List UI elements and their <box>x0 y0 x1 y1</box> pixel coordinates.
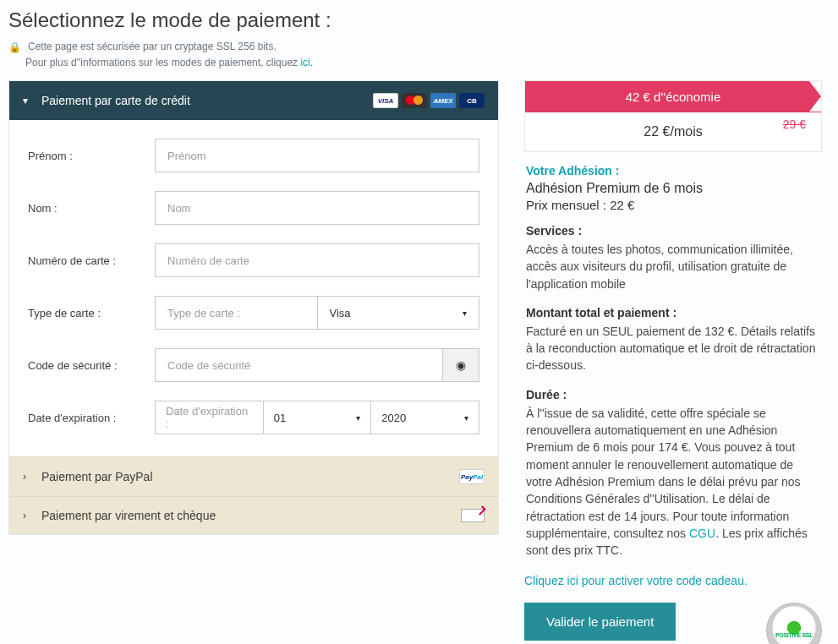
price-monthly: 22 €/mois <box>644 124 702 139</box>
cardtype-label: Type de carte : <box>28 307 155 319</box>
expiry-placeholder: Date d'expiration : <box>155 401 264 434</box>
expiry-year-select[interactable]: 2020 ▾ <box>371 401 479 434</box>
cardtype-value: Visa <box>330 307 351 319</box>
lock-icon: 🔒 <box>8 41 21 53</box>
amex-icon: AMEX <box>430 93 456 108</box>
total-title: Montant total et paiement : <box>526 306 820 319</box>
duration-text: À l''issue de sa validité, cette offre s… <box>526 405 820 559</box>
duration-title: Durée : <box>526 388 820 401</box>
more-info-suffix: . <box>310 57 313 68</box>
page-title: Sélectionnez le mode de paiement : <box>8 8 830 32</box>
chevron-right-icon: › <box>23 510 41 521</box>
adhesion-price: Prix mensuel : 22 € <box>526 198 820 212</box>
chevron-down-icon: ▾ <box>464 413 468 423</box>
adhesion-title: Votre Adhésion : <box>526 164 820 177</box>
more-info-prefix: Pour plus d''informations sur les modes … <box>25 57 300 68</box>
cb-icon: CB <box>459 93 485 108</box>
seccode-help-button[interactable]: ◉ <box>442 348 479 382</box>
seccode-input[interactable] <box>155 348 442 382</box>
services-text: Accès à toutes les photos, communication… <box>526 241 820 292</box>
expiry-year-value: 2020 <box>381 412 406 424</box>
cardtype-select[interactable]: Visa ▾ <box>318 296 480 330</box>
savings-banner: 42 € d''économie <box>525 81 821 112</box>
cheque-icon <box>461 509 485 522</box>
cardnum-label: Numéro de carte : <box>28 254 155 267</box>
ssl-seal-icon: POSITIVE SSL <box>766 603 822 644</box>
cardnum-input[interactable] <box>155 243 479 277</box>
validate-button[interactable]: Valider le paiement <box>524 603 676 641</box>
tab-credit-card[interactable]: ▾ Paiement par carte de crédit VISA AMEX… <box>9 81 498 120</box>
tab-paypal[interactable]: › Paiement par PayPal PayPal <box>9 456 498 496</box>
cardtype-placeholder: Type de carte : <box>155 296 318 330</box>
lastname-input[interactable] <box>155 191 479 225</box>
chevron-down-icon: ▾ <box>463 308 467 318</box>
info-icon: ◉ <box>456 358 466 372</box>
chevron-down-icon: ▾ <box>356 413 360 423</box>
credit-card-form: Prénom : Nom : Numéro de carte : Type de… <box>9 120 498 456</box>
visa-icon: VISA <box>373 93 398 108</box>
firstname-input[interactable] <box>155 139 479 172</box>
secure-text: Cette page est sécurisée par un cryptage… <box>28 41 277 52</box>
mastercard-icon <box>402 93 427 108</box>
lastname-label: Nom : <box>28 202 155 215</box>
chevron-down-icon: ▾ <box>23 95 41 106</box>
services-title: Services : <box>526 224 820 237</box>
expiry-label: Date d'expiration : <box>28 412 155 424</box>
expiry-month-value: 01 <box>274 412 286 424</box>
price-old: 29 € <box>783 117 806 131</box>
adhesion-name: Adhésion Premium de 6 mois <box>526 181 820 196</box>
expiry-month-select[interactable]: 01 ▾ <box>264 401 372 434</box>
tab-wire-cheque-label: Paiement par virement et chèque <box>41 509 461 522</box>
cgu-link[interactable]: CGU <box>689 527 715 540</box>
seccode-label: Code de sécurité : <box>28 359 155 372</box>
tab-paypal-label: Paiement par PayPal <box>41 470 459 483</box>
total-text: Facturé en un SEUL paiement de 132 €. Dé… <box>526 323 820 374</box>
promo-code-link[interactable]: Cliquez ici pour activer votre code cade… <box>524 574 822 587</box>
chevron-right-icon: › <box>23 471 41 483</box>
firstname-label: Prénom : <box>28 150 155 162</box>
more-info-link[interactable]: ici <box>300 57 309 68</box>
paypal-icon: PayPal <box>459 469 485 484</box>
tab-credit-card-label: Paiement par carte de crédit <box>41 94 373 107</box>
tab-wire-cheque[interactable]: › Paiement par virement et chèque <box>9 496 498 534</box>
